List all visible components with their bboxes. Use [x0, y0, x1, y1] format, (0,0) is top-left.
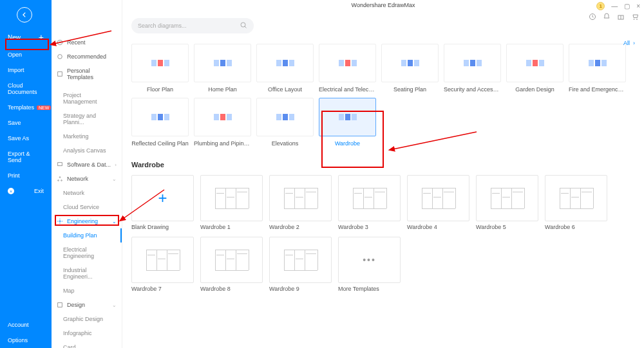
cat-card[interactable]: Card	[52, 340, 122, 348]
all-link[interactable]: All ›	[623, 40, 635, 46]
cat-electrical-eng[interactable]: Electrical Engineering	[52, 243, 122, 263]
new-label: New	[8, 34, 21, 41]
sidebar-print[interactable]: Print	[0, 168, 52, 183]
template-tile[interactable]: •••More Templates	[338, 237, 401, 292]
plan-tile[interactable]: Seating Plan	[381, 44, 439, 93]
chevron-down-icon: ⌄	[112, 219, 117, 224]
engineering-icon	[57, 218, 63, 224]
plan-tile[interactable]: Fire and Emergency Pl...	[569, 44, 626, 93]
plan-tile[interactable]: Electrical and Telecom...	[319, 44, 376, 93]
tile-thumb	[194, 98, 251, 136]
cat-network[interactable]: Network⌄	[52, 172, 122, 186]
cat-analysis[interactable]: Analysis Canvas	[52, 143, 122, 158]
template-tile[interactable]: Wardrobe 8	[200, 237, 263, 292]
sidebar-account[interactable]: Account	[0, 317, 52, 333]
template-tile[interactable]: Wardrobe 2	[269, 175, 332, 230]
sidebar-new[interactable]: New +	[0, 28, 52, 47]
app-title: Wondershare EdrawMax	[122, 2, 644, 8]
template-tile[interactable]: Wardrobe 9	[269, 237, 332, 292]
back-button[interactable]	[17, 7, 32, 23]
wardrobe-preview	[557, 185, 596, 211]
svg-point-1	[58, 55, 62, 59]
plan-tile[interactable]: Reflected Ceiling Plan	[131, 98, 189, 147]
tile-label: Plumbing and Piping ...	[194, 140, 251, 147]
cat-project-management[interactable]: Project Management	[52, 88, 122, 109]
window-controls: 1 — ▢ ×	[596, 2, 640, 10]
template-thumb	[338, 175, 401, 221]
svg-point-5	[58, 180, 59, 181]
cat-recommended[interactable]: Recommended	[52, 50, 122, 64]
template-label: Wardrobe 5	[476, 221, 538, 230]
template-tile[interactable]: Wardrobe 1	[200, 175, 263, 230]
cat-industrial[interactable]: Industrial Engineeri...	[52, 263, 122, 284]
svg-point-6	[61, 180, 62, 181]
cat-design[interactable]: Design⌄	[52, 298, 122, 312]
gift-icon[interactable]	[617, 13, 625, 22]
cat-software[interactable]: Software & Dat...›	[52, 158, 122, 172]
plan-tile[interactable]: Elevations	[256, 98, 314, 147]
wardrobe-preview	[144, 247, 182, 273]
sidebar-import[interactable]: Import	[0, 62, 52, 78]
tile-label: Fire and Emergency Pl...	[569, 86, 626, 93]
maximize-button[interactable]: ▢	[624, 3, 630, 10]
template-tile[interactable]: +Blank Drawing	[131, 175, 194, 230]
category-sidebar: Recent Recommended Personal Templates Pr…	[52, 0, 122, 348]
sidebar-exit[interactable]: ×Exit	[0, 183, 52, 199]
sidebar-open[interactable]: Open	[0, 47, 52, 62]
tile-label: Home Plan	[194, 86, 251, 93]
tile-label: Floor Plan	[131, 86, 189, 93]
wardrobe-preview	[350, 185, 389, 211]
template-tile[interactable]: Wardrobe 4	[407, 175, 469, 230]
plan-type-grid: Floor Plan Home Plan Office Layout Elect…	[122, 39, 644, 152]
minimize-button[interactable]: —	[611, 3, 618, 10]
template-tile[interactable]: Wardrobe 3	[338, 175, 401, 230]
design-icon	[57, 302, 63, 308]
cat-strategy[interactable]: Strategy and Planni...	[52, 109, 122, 129]
toolbar-icons	[589, 13, 639, 22]
cat-graphic-design[interactable]: Graphic Design	[52, 312, 122, 326]
tile-thumb	[319, 98, 376, 136]
cat-map[interactable]: Map	[52, 284, 122, 298]
sidebar-export[interactable]: Export & Send	[0, 146, 52, 168]
template-label: More Templates	[338, 283, 401, 292]
template-label: Wardrobe 1	[200, 221, 263, 230]
search-input[interactable]: Search diagrams...	[131, 18, 254, 33]
template-tile[interactable]: Wardrobe 5	[476, 175, 538, 230]
sidebar-save-as[interactable]: Save As	[0, 131, 52, 146]
plan-tile[interactable]: Home Plan	[194, 44, 251, 93]
sidebar-save[interactable]: Save	[0, 115, 52, 131]
cat-engineering[interactable]: Engineering⌄	[52, 214, 122, 228]
cat-marketing[interactable]: Marketing	[52, 129, 122, 143]
plan-tile[interactable]: Office Layout	[256, 44, 314, 93]
plan-tile[interactable]: Plumbing and Piping ...	[194, 98, 251, 147]
user-badge[interactable]: 1	[596, 2, 605, 10]
cart-icon[interactable]	[631, 13, 639, 22]
chevron-right-icon: ›	[115, 162, 117, 168]
clock-icon[interactable]	[589, 13, 596, 22]
plan-tile[interactable]: Floor Plan	[131, 44, 189, 93]
plan-tile[interactable]: Wardrobe	[319, 98, 376, 147]
sidebar-options[interactable]: Options	[0, 333, 52, 348]
template-grid: +Blank DrawingWardrobe 1Wardrobe 2Wardro…	[122, 171, 644, 296]
template-tile[interactable]: Wardrobe 6	[545, 175, 607, 230]
svg-point-12	[637, 19, 638, 20]
template-label: Wardrobe 8	[200, 283, 263, 292]
sidebar-cloud-documents[interactable]: Cloud Documents	[0, 78, 52, 100]
template-tile[interactable]: Wardrobe 7	[131, 237, 194, 292]
cat-personal-templates[interactable]: Personal Templates	[52, 64, 122, 84]
tile-label: Garden Design	[506, 86, 564, 93]
plan-tile[interactable]: Security and Access Pl...	[444, 44, 501, 93]
bell-icon[interactable]	[603, 13, 611, 22]
cat-network-sub[interactable]: Network	[52, 186, 122, 200]
cat-cloud-service[interactable]: Cloud Service	[52, 200, 122, 214]
plan-tile[interactable]: Garden Design	[506, 44, 564, 93]
close-button[interactable]: ×	[636, 3, 640, 10]
cat-infographic[interactable]: Infographic	[52, 326, 122, 340]
cat-building-plan[interactable]: Building Plan	[52, 228, 122, 243]
sidebar-templates[interactable]: TemplatesNEW	[0, 100, 52, 115]
template-label: Blank Drawing	[131, 221, 194, 230]
wardrobe-preview	[488, 185, 527, 211]
tile-thumb	[256, 44, 314, 82]
clock-icon	[57, 39, 63, 46]
cat-recent[interactable]: Recent	[52, 35, 122, 50]
